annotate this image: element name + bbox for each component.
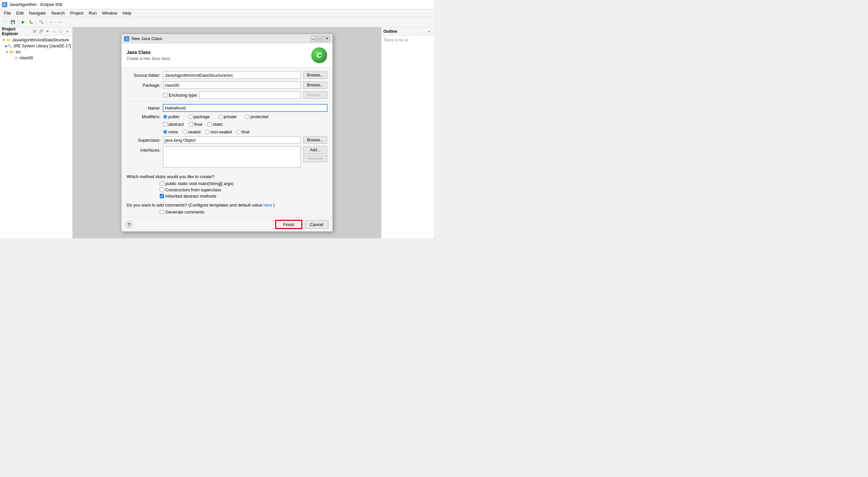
title-bar: E JavaAlgorithm - Eclipse IDE xyxy=(0,0,434,9)
stub-constructors-item[interactable]: Constructors from superclass xyxy=(127,187,327,192)
modifier-sealed-text: sealed xyxy=(188,129,200,135)
generate-comments-checkbox[interactable] xyxy=(160,210,164,214)
dialog-minimize-btn[interactable]: — xyxy=(311,36,316,42)
stub-inherited-checkbox[interactable] xyxy=(160,194,164,198)
modifier-public-label[interactable]: public xyxy=(163,114,180,119)
dialog-maximize-btn[interactable]: □ xyxy=(317,36,323,42)
project-explorer-title: Project Explorer xyxy=(2,27,31,36)
name-label: Name: xyxy=(127,106,163,111)
toolbar-back[interactable]: ← xyxy=(48,19,55,26)
modifier-abstract-checkbox[interactable] xyxy=(163,122,167,126)
close-outline-icon[interactable]: × xyxy=(426,28,432,34)
superclass-input[interactable] xyxy=(163,137,301,144)
stub-inherited-item[interactable]: Inherited abstract methods xyxy=(127,193,327,199)
modifier-sealed-label[interactable]: sealed xyxy=(183,129,200,135)
toolbar-run[interactable]: ▶ xyxy=(20,19,27,26)
modifiers-row1: public package private xyxy=(163,114,273,119)
modifier-package-radio[interactable] xyxy=(188,115,192,119)
package-label: Package: xyxy=(127,83,163,88)
interfaces-remove-btn[interactable]: Remove xyxy=(303,155,327,162)
comments-question: Do you want to add comments? (Configure … xyxy=(127,203,327,208)
comments-here-link[interactable]: here xyxy=(263,203,272,208)
modifier-final-checkbox[interactable] xyxy=(189,122,193,126)
modifier-public-radio[interactable] xyxy=(163,115,167,119)
tree-item-src[interactable]: ▼ 📂 src xyxy=(1,49,71,55)
menu-help[interactable]: Help xyxy=(120,10,134,16)
outline-content: There is no ac xyxy=(381,36,434,44)
menu-navigate[interactable]: Navigate xyxy=(26,10,48,16)
footer-left: ? xyxy=(125,221,133,228)
package-input[interactable] xyxy=(163,82,301,89)
modifier-final2-label[interactable]: final xyxy=(237,129,250,135)
modifier-static-label[interactable]: static xyxy=(208,122,223,127)
toolbar-search[interactable]: 🔍 xyxy=(38,19,45,26)
stub-main-item[interactable]: public static void main(String[] args) xyxy=(127,181,327,186)
interfaces-add-btn[interactable]: Add... xyxy=(303,146,327,154)
collapse-all-icon[interactable]: ⊟ xyxy=(31,28,37,34)
modifiers-row3: none sealed non-sealed xyxy=(127,129,327,135)
toolbar-new[interactable]: 📄 xyxy=(1,19,9,26)
generate-comments-item[interactable]: Generate comments xyxy=(127,210,327,214)
tree-item-class00[interactable]: ⊞ class00 xyxy=(1,55,71,61)
toolbar-save[interactable]: 💾 xyxy=(9,19,17,26)
modifier-nonsealed-radio[interactable] xyxy=(205,130,209,134)
view-menu-icon[interactable]: ▾ xyxy=(45,28,51,34)
modifier-protected-radio[interactable] xyxy=(245,115,249,119)
menu-window[interactable]: Window xyxy=(99,10,120,16)
toolbar-forward[interactable]: → xyxy=(56,19,63,26)
finish-button[interactable]: Finish xyxy=(276,220,302,229)
tree-label-project: JavaAlgorithmAndDataStructure xyxy=(12,38,69,42)
menu-run[interactable]: Run xyxy=(86,10,99,16)
modifier-none-label[interactable]: none xyxy=(163,129,178,135)
modifiers-checkboxes-row: abstract final static xyxy=(127,122,327,127)
app-title: JavaAlgorithm - Eclipse IDE xyxy=(9,2,63,7)
tree-item-project[interactable]: ▼ 📁 JavaAlgorithmAndDataStructure xyxy=(1,37,71,43)
stub-constructors-checkbox[interactable] xyxy=(160,188,164,192)
modifier-protected-text: protected xyxy=(250,114,268,119)
dialog-footer: ? Finish Cancel xyxy=(121,217,333,231)
enclosing-type-browse-btn[interactable]: Browse... xyxy=(303,91,327,99)
modifier-final2-radio[interactable] xyxy=(237,130,241,134)
interfaces-textarea[interactable] xyxy=(163,146,301,168)
dialog-header-section: Java Class Create a new Java class. C xyxy=(121,43,333,67)
outline-header: Outline × xyxy=(381,27,434,36)
dialog-main-title: Java Class xyxy=(127,50,171,55)
name-input[interactable] xyxy=(163,104,327,112)
maximize-panel-icon[interactable]: □ xyxy=(58,28,64,34)
outline-empty-text: There is no ac xyxy=(383,38,408,42)
modifier-private-radio[interactable] xyxy=(218,115,223,119)
toolbar: 📄 💾 ▶ 🐛 🔍 ← → xyxy=(0,17,434,27)
modifier-sealed-radio[interactable] xyxy=(183,130,187,134)
modifier-static-checkbox[interactable] xyxy=(208,122,212,126)
stub-main-checkbox[interactable] xyxy=(160,181,164,186)
menu-project[interactable]: Project xyxy=(67,10,86,16)
dialog-close-btn[interactable]: ✕ xyxy=(324,36,330,42)
modifier-final-label[interactable]: final xyxy=(189,122,202,127)
minimize-panel-icon[interactable]: — xyxy=(51,28,57,34)
toolbar-debug[interactable]: 🐛 xyxy=(27,19,35,26)
enclosing-type-label: Enclosing type: xyxy=(169,93,198,98)
menu-file[interactable]: File xyxy=(1,10,13,16)
enclosing-type-checkbox[interactable] xyxy=(163,93,167,97)
modifier-protected-label[interactable]: protected xyxy=(245,114,268,119)
source-folder-browse-btn[interactable]: Browse... xyxy=(303,71,327,79)
modifier-none-radio[interactable] xyxy=(163,130,167,134)
close-panel-icon[interactable]: × xyxy=(64,28,70,34)
source-folder-input[interactable] xyxy=(163,71,301,79)
modifier-abstract-label[interactable]: abstract xyxy=(163,122,184,127)
cancel-button[interactable]: Cancel xyxy=(305,220,329,229)
modifier-private-label[interactable]: private xyxy=(218,114,237,119)
help-button[interactable]: ? xyxy=(125,221,133,228)
package-row: Package: Browse... xyxy=(127,82,327,89)
package-browse-btn[interactable]: Browse... xyxy=(303,82,327,89)
menu-edit[interactable]: Edit xyxy=(13,10,26,16)
comments-question-text: Do you want to add comments? (Configure … xyxy=(127,203,262,208)
enclosing-type-input[interactable] xyxy=(199,91,301,99)
modifier-nonsealed-label[interactable]: non-sealed xyxy=(205,129,231,135)
link-with-editor-icon[interactable]: 🔗 xyxy=(38,28,44,34)
superclass-browse-btn[interactable]: Browse... xyxy=(303,137,327,144)
project-explorer-panel: Project Explorer ⊟ 🔗 ▾ — □ × ▼ 📁 JavaAlg… xyxy=(0,27,73,238)
menu-search[interactable]: Search xyxy=(49,10,67,16)
modifier-package-label[interactable]: package xyxy=(188,114,210,119)
tree-item-jre[interactable]: ▶ 🔧 JRE System Library [JavaSE-17] xyxy=(1,43,71,49)
